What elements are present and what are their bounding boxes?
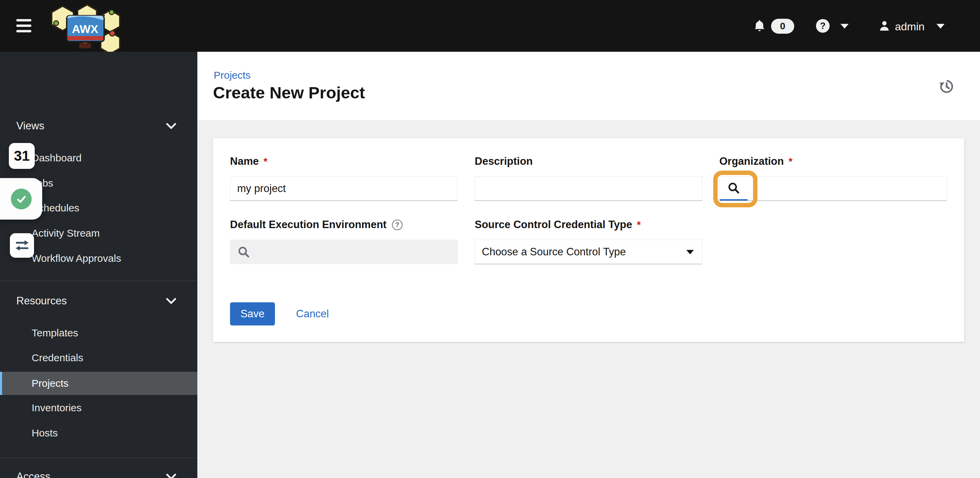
sidebar-item-inventories[interactable]: Inventories	[32, 402, 82, 414]
notifications-bell-icon[interactable]	[752, 18, 767, 34]
sidebar-item-hosts[interactable]: Hosts	[32, 427, 58, 439]
chevron-down-icon[interactable]	[166, 123, 176, 129]
chevron-down-icon[interactable]	[166, 473, 176, 478]
sidebar-section-views[interactable]: Views	[16, 120, 44, 132]
sidebar-item-credentials[interactable]: Credentials	[32, 352, 83, 363]
sidebar-nav: Views Dashboard Jobs Schedules Activity …	[0, 52, 197, 478]
history-icon[interactable]	[939, 78, 955, 95]
help-icon[interactable]: ?	[816, 19, 830, 33]
scm-credential-type-select[interactable]: Choose a Source Control Type	[475, 240, 702, 264]
sidebar-item-label: Projects	[32, 378, 68, 389]
organization-search-button[interactable]	[720, 177, 748, 201]
user-icon	[877, 18, 891, 33]
name-input[interactable]	[230, 176, 458, 201]
swap-arrows-icon	[14, 239, 30, 252]
hamburger-icon	[16, 19, 31, 21]
search-icon	[237, 245, 250, 259]
check-circle-icon	[11, 189, 32, 209]
caret-down-icon	[686, 250, 694, 254]
current-user-label[interactable]: admin	[895, 21, 924, 33]
cancel-button[interactable]: Cancel	[296, 308, 329, 320]
description-label: Description	[475, 155, 533, 167]
success-annotation-card	[0, 178, 42, 220]
execution-environment-label: Default Execution Environment ?	[230, 218, 402, 231]
sidebar-section-resources[interactable]: Resources	[16, 295, 67, 307]
required-asterisk: *	[788, 156, 792, 167]
sidebar-item-activity-stream[interactable]: Activity Stream	[32, 228, 100, 239]
save-button[interactable]: Save	[230, 302, 275, 325]
required-asterisk: *	[263, 156, 267, 167]
sidebar-divider	[0, 457, 197, 458]
description-input[interactable]	[475, 176, 702, 201]
masthead: AWX 0 ? admin	[0, 0, 980, 52]
awx-app: AWX 0 ? admin Views Dashboard Jobs Sched…	[0, 0, 980, 478]
sidebar-item-templates[interactable]: Templates	[32, 327, 78, 339]
sidebar-item-dashboard[interactable]: Dashboard	[32, 152, 82, 164]
page-title: Create New Project	[213, 83, 365, 102]
search-icon	[727, 181, 740, 195]
awx-logo[interactable]: AWX	[47, 1, 122, 52]
required-asterisk: *	[637, 219, 641, 231]
organization-lookup-group	[719, 176, 947, 201]
organization-label: Organization *	[719, 155, 792, 167]
sidebar-item-projects[interactable]: Projects	[0, 372, 197, 395]
awx-logo-text: AWX	[72, 22, 98, 35]
create-project-form-card: Name * Description Organization * Defaul…	[213, 138, 964, 342]
breadcrumb-projects-link[interactable]: Projects	[214, 69, 250, 81]
sidebar-section-access[interactable]: Access	[16, 470, 50, 478]
execution-environment-lookup[interactable]	[230, 240, 458, 264]
select-value: Choose a Source Control Type	[482, 246, 686, 258]
organization-input[interactable]	[748, 177, 947, 201]
notification-count-badge[interactable]: 0	[771, 19, 794, 34]
swap-arrows-annotation	[10, 233, 34, 258]
help-tooltip-icon[interactable]: ?	[392, 220, 402, 230]
user-menu-caret-icon[interactable]	[937, 24, 945, 29]
scm-credential-type-label: Source Control Credential Type *	[475, 218, 641, 231]
step-counter-badge: 31	[9, 143, 35, 169]
nav-toggle-button[interactable]	[16, 19, 31, 33]
sidebar-item-workflow-approvals[interactable]: Workflow Approvals	[32, 253, 121, 264]
sidebar-divider	[0, 280, 197, 281]
help-menu-caret-icon[interactable]	[840, 24, 849, 29]
name-label: Name *	[230, 155, 267, 167]
chevron-down-icon[interactable]	[166, 298, 176, 304]
